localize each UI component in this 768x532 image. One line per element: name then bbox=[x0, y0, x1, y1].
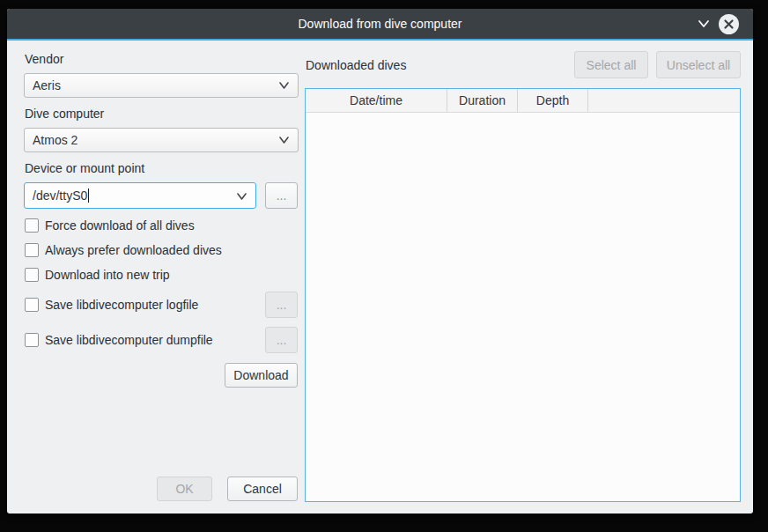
checkbox-label: Always prefer downloaded dives bbox=[45, 243, 222, 257]
dive-computer-select[interactable]: Atmos 2 bbox=[24, 128, 299, 152]
download-dialog: Download from dive computer Vendor Aeris… bbox=[7, 9, 753, 514]
checkbox-icon[interactable] bbox=[25, 218, 39, 233]
downloaded-dives-heading: Downloaded dives bbox=[306, 58, 406, 72]
column-header-duration[interactable]: Duration bbox=[447, 89, 518, 112]
chevron-down-icon bbox=[236, 192, 247, 201]
prefer-downloaded-checkbox-row[interactable]: Always prefer downloaded dives bbox=[25, 243, 222, 257]
window-title: Download from dive computer bbox=[7, 9, 753, 39]
checkbox-label: Force download of all dives bbox=[45, 218, 195, 233]
device-label: Device or mount point bbox=[25, 161, 144, 175]
cancel-button[interactable]: Cancel bbox=[227, 477, 298, 501]
dive-computer-label: Dive computer bbox=[25, 107, 104, 121]
checkbox-icon[interactable] bbox=[25, 243, 39, 257]
select-all-button: Select all bbox=[574, 51, 648, 78]
new-trip-checkbox-row[interactable]: Download into new trip bbox=[25, 268, 170, 282]
vendor-label: Vendor bbox=[25, 52, 63, 66]
column-header-empty[interactable] bbox=[588, 89, 740, 112]
text-cursor bbox=[88, 188, 89, 203]
vendor-value: Aeris bbox=[33, 78, 61, 92]
checkbox-label: Download into new trip bbox=[45, 268, 170, 282]
table-header-row: Date/time Duration Depth bbox=[306, 89, 740, 113]
ok-button: OK bbox=[157, 477, 212, 501]
close-icon bbox=[723, 18, 735, 30]
checkbox-label: Save libdivecomputer dumpfile bbox=[45, 333, 213, 347]
checkbox-icon[interactable] bbox=[25, 268, 39, 282]
save-logfile-checkbox-row[interactable]: Save libdivecomputer logfile bbox=[25, 298, 198, 312]
device-browse-button[interactable]: ... bbox=[265, 182, 298, 209]
force-download-checkbox-row[interactable]: Force download of all dives bbox=[25, 218, 195, 233]
device-value: /dev/ttyS0 bbox=[33, 188, 87, 203]
checkbox-icon[interactable] bbox=[25, 333, 39, 347]
vendor-select[interactable]: Aeris bbox=[24, 73, 299, 98]
chevron-down-icon bbox=[278, 136, 290, 144]
checkbox-label: Save libdivecomputer logfile bbox=[45, 298, 198, 312]
save-dumpfile-checkbox-row[interactable]: Save libdivecomputer dumpfile bbox=[25, 333, 213, 347]
dive-computer-value: Atmos 2 bbox=[33, 133, 78, 147]
screen: Download from dive computer Vendor Aeris… bbox=[0, 0, 768, 532]
chevron-down-icon bbox=[278, 81, 290, 90]
column-header-datetime[interactable]: Date/time bbox=[306, 89, 447, 112]
dumpfile-browse-button: ... bbox=[265, 327, 298, 353]
checkbox-icon[interactable] bbox=[25, 298, 39, 312]
close-button[interactable] bbox=[719, 14, 739, 34]
logfile-browse-button: ... bbox=[265, 292, 298, 318]
column-header-depth[interactable]: Depth bbox=[518, 89, 588, 112]
titlebar[interactable]: Download from dive computer bbox=[7, 9, 753, 41]
shade-window-icon[interactable] bbox=[697, 17, 711, 31]
unselect-all-button: Unselect all bbox=[656, 51, 741, 78]
device-input[interactable]: /dev/ttyS0 bbox=[24, 182, 256, 209]
download-button[interactable]: Download bbox=[225, 363, 298, 388]
downloaded-dives-table[interactable]: Date/time Duration Depth bbox=[305, 88, 741, 502]
